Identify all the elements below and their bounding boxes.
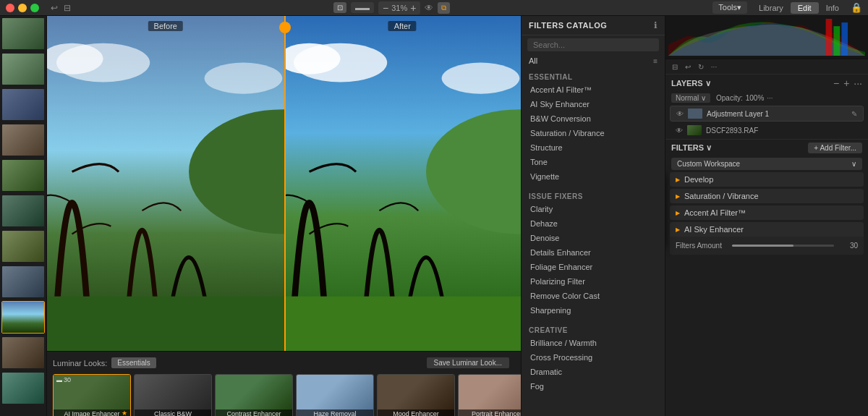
- catalog-item-remove-color[interactable]: Remove Color Cast: [522, 289, 665, 303]
- filmstrip-thumb-3[interactable]: [1, 88, 45, 121]
- filmstrip-thumb-8[interactable]: [1, 266, 45, 298]
- zoom-in-button[interactable]: +: [410, 3, 416, 13]
- catalog-item-bw[interactable]: B&W Conversion: [522, 111, 665, 126]
- layer-raw-eye-icon[interactable]: 👁: [676, 127, 683, 135]
- catalog-item-dramatic[interactable]: Dramatic: [522, 365, 665, 379]
- catalog-item-structure[interactable]: Structure: [522, 140, 665, 155]
- catalog-item-vignette[interactable]: Vignette: [522, 169, 665, 184]
- tab-info[interactable]: Info: [819, 2, 846, 14]
- catalog-item-dehaze[interactable]: Dehaze: [522, 216, 665, 231]
- filter-sort-icon[interactable]: ≡: [653, 57, 658, 65]
- catalog-item-accent-ai[interactable]: Accent AI Filter™: [522, 82, 665, 97]
- blend-mode-selector[interactable]: Normal ∨: [671, 93, 710, 103]
- save-look-button[interactable]: Save Luminar Look...: [427, 357, 510, 368]
- filter-group-develop-header[interactable]: ▶ Develop: [670, 172, 864, 187]
- filter-group-accent-header[interactable]: ▶ Accent AI Filter™: [670, 205, 864, 220]
- split-handle[interactable]: [279, 22, 291, 33]
- filter-group-saturation-header[interactable]: ▶ Saturation / Vibrance: [670, 189, 864, 203]
- opacity-value: 100%: [746, 94, 765, 102]
- catalog-item-fog[interactable]: Fog: [522, 379, 665, 394]
- look-item-bw[interactable]: Classic B&W: [134, 374, 212, 416]
- layers-minus-button[interactable]: −: [833, 77, 839, 89]
- add-filter-button[interactable]: + Add Filter...: [808, 143, 862, 153]
- catalog-item-brilliance[interactable]: Brilliance / Warmth: [522, 336, 665, 350]
- catalog-item-polarizing[interactable]: Polarizing Filter: [522, 274, 665, 289]
- close-button[interactable]: [6, 4, 14, 12]
- filmstrip-thumb-6[interactable]: [1, 195, 45, 227]
- catalog-item-tone[interactable]: Tone: [522, 155, 665, 169]
- looks-thumbs: ▬ 30 AI Image Enhancer ★ Classic B&W Con…: [47, 374, 521, 416]
- layer-item-raw[interactable]: 👁 DSCF2893.RAF: [670, 123, 864, 137]
- layer-edit-icon[interactable]: ✎: [851, 110, 857, 118]
- look-item-portrait[interactable]: Portrait Enhancer ★: [458, 374, 521, 416]
- filter-group-aisky-header[interactable]: ▶ AI Sky Enhancer: [670, 222, 864, 237]
- layout-icon[interactable]: ⊟: [64, 3, 71, 13]
- catalog-item-denoise[interactable]: Denoise: [522, 231, 665, 245]
- catalog-item-foliage[interactable]: Foliage Enhancer: [522, 260, 665, 274]
- look-item-haze[interactable]: Haze Removal: [296, 374, 374, 416]
- filmstrip-thumb-11[interactable]: [1, 372, 45, 404]
- maximize-button[interactable]: [30, 4, 39, 12]
- tools-button[interactable]: Tools▾: [712, 1, 747, 14]
- look-item-mood[interactable]: Mood Enhancer: [377, 374, 455, 416]
- titlebar: ↩ ⊟ ⊡ ▬▬ − 31% + 👁 ⧉ Tools▾ Library Edit…: [0, 0, 868, 16]
- look-item-ai-enhancer[interactable]: ▬ 30 AI Image Enhancer ★: [53, 374, 131, 416]
- looks-label: Luminar Looks:: [53, 359, 107, 368]
- filter-group-develop-name: Develop: [684, 175, 858, 184]
- tab-edit[interactable]: Edit: [791, 2, 819, 14]
- filmstrip: [0, 16, 47, 416]
- tab-library[interactable]: Library: [752, 2, 791, 14]
- look-label-ai: AI Image Enhancer: [54, 409, 130, 416]
- catalog-item-clarity[interactable]: Clarity: [522, 202, 665, 216]
- filmstrip-thumb-10[interactable]: [1, 336, 45, 369]
- filmstrip-thumb-9[interactable]: [1, 301, 45, 334]
- layer-item-adjustment[interactable]: 👁 Adjustment Layer 1 ✎: [670, 106, 864, 122]
- catalog-item-details[interactable]: Details Enhancer: [522, 245, 665, 260]
- looks-tab-essentials[interactable]: Essentials: [111, 357, 156, 368]
- canvas-image[interactable]: Before After: [47, 16, 521, 351]
- opacity-options-icon[interactable]: ···: [767, 94, 773, 102]
- eye-icon[interactable]: 👁: [425, 3, 433, 13]
- develop-expand-icon: ▶: [676, 177, 680, 183]
- layers-plus-button[interactable]: +: [843, 77, 849, 89]
- filter-amount-slider[interactable]: [732, 245, 834, 247]
- before-image: [47, 16, 284, 351]
- zoom-out-button[interactable]: −: [383, 3, 388, 13]
- view-mode-selector[interactable]: ▬▬: [351, 2, 374, 13]
- catalog-item-saturation[interactable]: Saturation / Vibrance: [522, 126, 665, 140]
- layer-eye-icon[interactable]: 👁: [676, 110, 684, 118]
- catalog-search-input[interactable]: [527, 38, 659, 51]
- catalog-item-sharpening[interactable]: Sharpening: [522, 303, 665, 318]
- filter-group-aisky-name: AI Sky Enhancer: [684, 225, 858, 234]
- layers-header[interactable]: LAYERS ∨ − + ···: [665, 75, 868, 92]
- panel-icon-1[interactable]: ⊟: [670, 61, 680, 72]
- compare-toggle[interactable]: ⧉: [438, 2, 450, 14]
- panel-icon-options[interactable]: ···: [709, 61, 719, 72]
- panel-icon-2[interactable]: ↩: [683, 61, 693, 72]
- look-item-contrast[interactable]: Contrast Enhancer: [215, 374, 293, 416]
- panel-icon-3[interactable]: ↻: [696, 61, 706, 72]
- catalog-item-cross[interactable]: Cross Processing: [522, 350, 665, 365]
- filter-amount-value: 30: [840, 242, 858, 250]
- saturation-expand-icon: ▶: [676, 193, 680, 200]
- filmstrip-thumb-7[interactable]: [1, 230, 45, 263]
- filters-catalog: FILTERS CATALOG ℹ All ≡ ESSENTIAL Accent…: [521, 16, 665, 416]
- svg-rect-5: [47, 297, 284, 351]
- histogram-svg: [668, 19, 865, 56]
- catalog-info-icon[interactable]: ℹ: [654, 20, 658, 30]
- filmstrip-thumb-4[interactable]: [1, 124, 45, 156]
- filmstrip-thumb-2[interactable]: [1, 53, 45, 85]
- layers-options-button[interactable]: ···: [854, 77, 862, 89]
- minimize-button[interactable]: [18, 4, 27, 12]
- lock-icon[interactable]: 🔒: [851, 2, 862, 13]
- workspace-selector[interactable]: Custom Workspace ∨: [671, 158, 862, 170]
- layers-section: LAYERS ∨ − + ··· □ Add New Adjustment La…: [665, 75, 868, 140]
- layer-thumb-adjustment: [688, 109, 702, 119]
- filmstrip-thumb-1[interactable]: [1, 17, 45, 50]
- filmstrip-thumb-5[interactable]: [1, 159, 45, 192]
- rotate-left-icon[interactable]: ↩: [51, 3, 58, 13]
- catalog-item-ai-sky[interactable]: AI Sky Enhancer: [522, 97, 665, 111]
- main-area: Before After Luminar Looks: Essentials S…: [0, 16, 868, 416]
- split-line[interactable]: [284, 16, 286, 351]
- split-view-toggle[interactable]: ⊡: [333, 2, 346, 13]
